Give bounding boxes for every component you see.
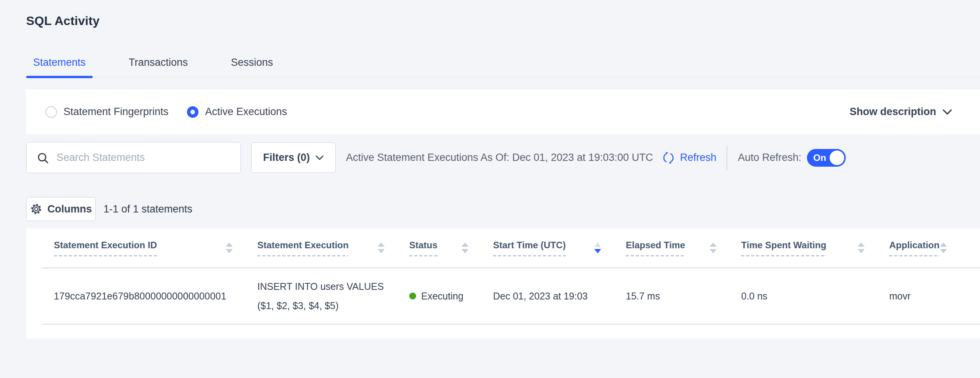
cell-statement-execution-id[interactable]: 179cca7921e679b80000000000000001 — [42, 291, 236, 302]
column-header-status[interactable]: Status — [388, 240, 472, 256]
sort-icon — [226, 243, 233, 253]
table-toolbar: Columns 1-1 of 1 statements — [26, 197, 980, 221]
column-header-application[interactable]: Application — [868, 240, 980, 256]
gear-icon — [30, 203, 42, 215]
cell-start-time: Dec 01, 2023 at 19:03 — [472, 291, 604, 302]
radio-label: Active Executions — [205, 106, 287, 118]
column-header-start-time[interactable]: Start Time (UTC) — [472, 240, 604, 256]
cell-status: Executing — [388, 291, 472, 302]
cell-elapsed-time: 15.7 ms — [604, 291, 720, 302]
vertical-divider — [727, 146, 727, 170]
radio-statement-fingerprints[interactable]: Statement Fingerprints — [45, 106, 168, 118]
tab-statements[interactable]: Statements — [26, 57, 93, 77]
filters-label: Filters (0) — [263, 152, 310, 164]
radio-label: Statement Fingerprints — [63, 106, 168, 118]
radio-unselected-icon — [45, 106, 57, 118]
filters-button[interactable]: Filters (0) — [251, 142, 336, 173]
chevron-down-icon — [942, 109, 952, 115]
results-count: 1-1 of 1 statements — [103, 203, 192, 215]
column-header-statement-execution-id[interactable]: Statement Execution ID — [42, 240, 236, 256]
column-header-time-spent-waiting[interactable]: Time Spent Waiting — [720, 240, 868, 256]
column-header-elapsed-time[interactable]: Elapsed Time — [604, 240, 720, 256]
as-of-timestamp: Active Statement Executions As Of: Dec 0… — [346, 152, 653, 164]
table-header-row: Statement Execution ID Statement Executi… — [42, 228, 980, 268]
view-mode-card: Statement Fingerprints Active Executions… — [26, 89, 980, 134]
filter-bar: Filters (0) Active Statement Executions … — [26, 142, 980, 173]
sort-icon — [858, 243, 865, 253]
show-description-button[interactable]: Show description — [850, 106, 952, 118]
sort-icon — [710, 243, 717, 253]
cell-statement-execution: INSERT INTO users VALUES ($1, $2, $3, $4… — [236, 277, 388, 315]
columns-button[interactable]: Columns — [26, 197, 96, 221]
auto-refresh-toggle[interactable]: On — [807, 149, 846, 167]
chevron-down-icon — [315, 155, 324, 161]
sort-icon — [378, 243, 385, 253]
search-input[interactable] — [27, 142, 240, 173]
cell-application: movr — [868, 291, 980, 302]
cell-time-spent-waiting: 0.0 ns — [720, 291, 868, 302]
refresh-icon — [662, 151, 675, 165]
refresh-button[interactable]: Refresh — [662, 151, 717, 165]
columns-label: Columns — [47, 203, 92, 215]
sort-desc-icon — [594, 243, 601, 253]
table-row[interactable]: 179cca7921e679b80000000000000001 INSERT … — [42, 268, 980, 324]
show-description-label: Show description — [850, 106, 936, 118]
tab-sessions[interactable]: Sessions — [224, 57, 280, 77]
auto-refresh-label: Auto Refresh: — [738, 152, 802, 164]
tab-bar: Statements Transactions Sessions — [26, 57, 980, 77]
column-header-statement-execution[interactable]: Statement Execution — [236, 240, 388, 256]
search-icon — [37, 152, 50, 165]
sql-activity-page: SQL Activity Statements Transactions Ses… — [0, 0, 980, 378]
tab-transactions[interactable]: Transactions — [122, 57, 195, 77]
sort-icon — [462, 243, 468, 253]
toggle-knob-icon — [830, 151, 844, 165]
status-executing-dot-icon — [409, 293, 416, 299]
toggle-state-label: On — [813, 152, 826, 163]
page-title: SQL Activity — [26, 0, 980, 28]
radio-active-executions[interactable]: Active Executions — [187, 106, 287, 118]
radio-selected-icon — [187, 106, 198, 118]
statements-table: Statement Execution ID Statement Executi… — [26, 228, 980, 338]
sort-icon — [940, 243, 947, 253]
search-box — [26, 142, 241, 173]
refresh-label: Refresh — [680, 152, 717, 164]
